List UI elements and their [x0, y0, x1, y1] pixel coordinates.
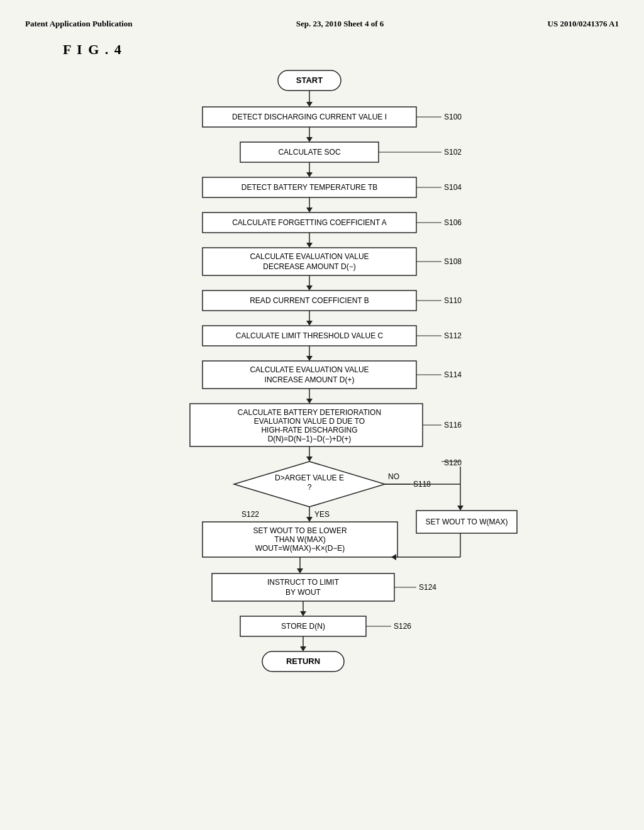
- s104-label: S104: [444, 183, 462, 192]
- s102-label: S102: [444, 148, 462, 157]
- s108-label: S108: [444, 257, 462, 266]
- svg-marker-14: [306, 208, 313, 213]
- s124-text1: INSTRUCT TO LIMIT: [267, 578, 340, 587]
- s106-text: CALCULATE FORGETTING COEFFICIENT A: [232, 218, 387, 227]
- svg-marker-2: [306, 102, 313, 107]
- s102-text: CALCULATE SOC: [278, 148, 340, 157]
- return-label: RETURN: [286, 656, 320, 666]
- page-header: Patent Application Publication Sep. 23, …: [25, 13, 619, 42]
- s120-text: SET WOUT TO W(MAX): [425, 517, 508, 526]
- start-label: START: [296, 75, 323, 85]
- svg-marker-34: [306, 399, 313, 404]
- svg-marker-57: [300, 611, 306, 616]
- s100-label: S100: [444, 113, 462, 121]
- s114-text1: CALCULATE EVALUATION VALUE: [250, 365, 369, 374]
- s122-text3: WOUT=W(MAX)−K×(D−E): [255, 544, 345, 553]
- s104-text: DETECT BATTERY TEMPERATURE TB: [242, 183, 378, 192]
- page: Patent Application Publication Sep. 23, …: [0, 0, 644, 830]
- svg-marker-43: [457, 506, 464, 511]
- svg-marker-61: [300, 646, 306, 651]
- s116-text2: EVALUATION VALUE D DUE TO: [254, 417, 365, 426]
- svg-marker-18: [306, 243, 313, 248]
- branch-yes-label: YES: [314, 510, 330, 519]
- s116-text1: CALCULATE BATTERY DETERIORATION: [238, 408, 381, 417]
- s118-text2: ?: [308, 483, 312, 492]
- s126-text: STORE D(N): [281, 622, 325, 631]
- s112-label: S112: [444, 331, 462, 340]
- header-center: Sep. 23, 2010 Sheet 4 of 6: [296, 19, 384, 29]
- svg-marker-38: [306, 456, 313, 462]
- flowchart: START DETECT DISCHARGING CURRENT VALUE I…: [25, 64, 619, 787]
- s110-text: READ CURRENT COEFFICIENT B: [250, 296, 369, 305]
- s106-label: S106: [444, 218, 462, 227]
- s112-text: CALCULATE LIMIT THRESHOLD VALUE C: [236, 331, 384, 340]
- svg-marker-22: [306, 285, 313, 290]
- s116-text4: D(N)=D(N−1)−D(−)+D(+): [268, 434, 352, 443]
- s114-text2: INCREASE AMOUNT D(+): [265, 375, 355, 384]
- s126-label: S126: [394, 622, 411, 631]
- svg-marker-10: [306, 172, 313, 177]
- svg-marker-26: [306, 321, 313, 326]
- s114-label: S114: [444, 370, 462, 379]
- branch-no-label: NO: [388, 472, 399, 481]
- s120-label: S120: [444, 458, 462, 467]
- s122-text1: SET WOUT TO BE LOWER: [253, 526, 347, 535]
- header-left: Patent Application Publication: [25, 19, 132, 29]
- s108-text2: DECREASE AMOUNT D(−): [263, 262, 355, 271]
- s122-label-indicator: S122: [242, 510, 259, 519]
- s118-text1: D>ARGET VALUE E: [275, 473, 344, 482]
- svg-marker-6: [306, 137, 313, 142]
- s116-text3: HIGH-RATE DISCHARGING: [261, 426, 357, 434]
- svg-marker-30: [306, 356, 313, 361]
- s124-label: S124: [419, 583, 436, 592]
- header-right: US 2010/0241376 A1: [548, 19, 619, 29]
- svg-marker-46: [306, 517, 313, 522]
- s116-label: S116: [444, 421, 462, 429]
- s100-text: DETECT DISCHARGING CURRENT VALUE I: [232, 113, 387, 121]
- s124-text2: BY WOUT: [286, 588, 321, 597]
- s108-text1: CALCULATE EVALUATION VALUE: [250, 252, 369, 261]
- figure-label: F I G . 4: [63, 42, 619, 58]
- flowchart-svg: START DETECT DISCHARGING CURRENT VALUE I…: [108, 64, 536, 787]
- s122-text2: THAN W(MAX): [274, 535, 325, 544]
- svg-marker-53: [297, 568, 303, 573]
- s110-label: S110: [444, 296, 462, 305]
